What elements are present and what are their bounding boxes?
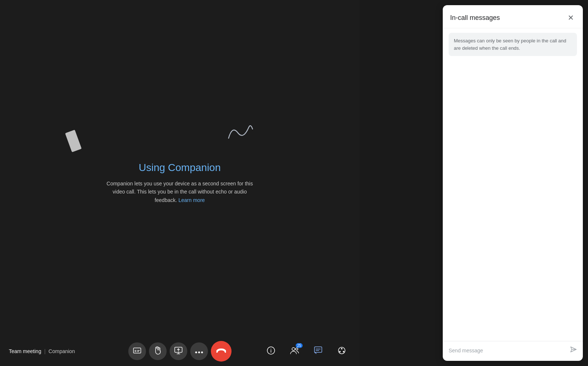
main-video-area: Using Companion Companion lets you use y… xyxy=(0,0,359,366)
companion-description: Companion lets you use your device as a … xyxy=(106,179,254,204)
svg-rect-1 xyxy=(135,350,136,351)
svg-point-18 xyxy=(339,351,341,352)
svg-point-19 xyxy=(343,351,344,352)
more-options-icon xyxy=(195,348,203,355)
panel-title: In-call messages xyxy=(450,14,500,22)
companion-title: Using Companion xyxy=(106,162,254,174)
captions-icon xyxy=(133,347,141,356)
svg-point-13 xyxy=(292,348,295,351)
svg-point-8 xyxy=(201,351,203,353)
chat-button[interactable] xyxy=(309,342,327,360)
meeting-title: Team meeting xyxy=(9,348,41,354)
activities-button[interactable] xyxy=(333,342,351,360)
svg-rect-0 xyxy=(133,348,141,353)
present-button[interactable] xyxy=(170,342,187,360)
message-input[interactable] xyxy=(449,348,567,353)
meeting-label: Team meeting | Companion xyxy=(9,348,75,354)
toolbar-right-controls: 25 xyxy=(262,342,351,360)
svg-point-17 xyxy=(341,348,342,349)
messages-area xyxy=(443,60,583,341)
present-icon xyxy=(174,347,182,356)
close-icon: ✕ xyxy=(568,13,574,22)
info-icon xyxy=(267,346,275,356)
bottom-toolbar: Team meeting | Companion xyxy=(0,337,359,366)
svg-point-14 xyxy=(296,348,298,350)
separator: | xyxy=(44,348,46,354)
people-badge: 25 xyxy=(296,343,303,348)
send-icon xyxy=(570,346,577,355)
info-banner: Messages can only be seen by people in t… xyxy=(449,33,577,56)
send-message-button[interactable] xyxy=(570,346,577,355)
people-icon xyxy=(290,347,299,356)
end-call-button[interactable] xyxy=(211,341,232,362)
people-button[interactable]: 25 xyxy=(286,342,303,360)
svg-rect-2 xyxy=(135,351,136,352)
more-options-button[interactable] xyxy=(190,342,208,360)
raise-hand-icon xyxy=(154,346,161,356)
slash-decoration xyxy=(65,130,81,152)
companion-mode-label: Companion xyxy=(49,348,75,354)
svg-rect-15 xyxy=(314,347,322,352)
end-call-icon xyxy=(216,348,226,355)
companion-info-card: Using Companion Companion lets you use y… xyxy=(106,162,254,204)
raise-hand-button[interactable] xyxy=(149,342,167,360)
svg-point-12 xyxy=(271,349,271,349)
svg-point-7 xyxy=(198,351,200,353)
activities-icon xyxy=(338,346,346,356)
incall-messages-panel: In-call messages ✕ Messages can only be … xyxy=(443,5,583,361)
svg-rect-3 xyxy=(137,350,140,351)
close-panel-button[interactable]: ✕ xyxy=(566,12,575,24)
svg-rect-4 xyxy=(137,351,139,352)
meeting-info-button[interactable] xyxy=(262,342,280,360)
squiggle-decoration xyxy=(225,122,254,145)
svg-point-6 xyxy=(195,351,197,353)
chat-icon xyxy=(314,346,322,356)
toolbar-center xyxy=(128,341,232,362)
message-input-area xyxy=(443,341,583,361)
captions-button[interactable] xyxy=(128,342,146,360)
panel-header: In-call messages ✕ xyxy=(443,5,583,28)
learn-more-link[interactable]: Learn more xyxy=(178,197,205,203)
